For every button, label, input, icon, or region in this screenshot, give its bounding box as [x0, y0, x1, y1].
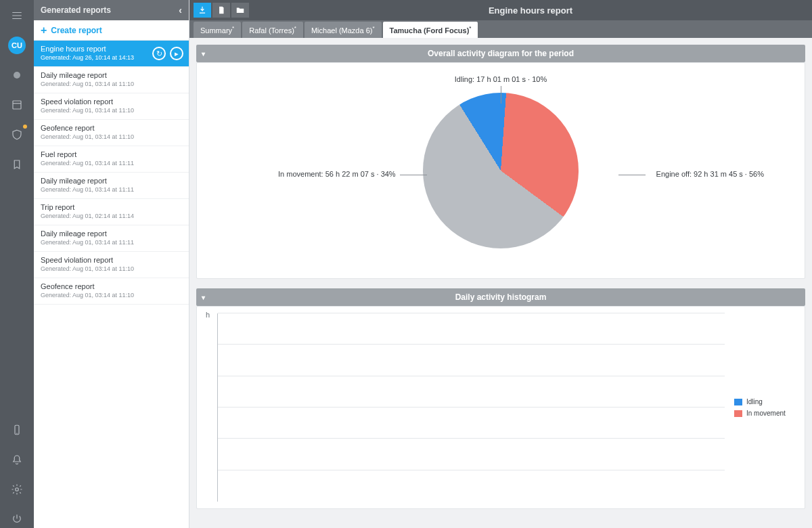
pie-chart: Idling: 17 h 01 m 01 s · 10% In movement…	[196, 62, 805, 279]
report-item[interactable]: Daily mileage report Generated: Aug 01, …	[34, 67, 189, 93]
app-rail: CU	[0, 0, 34, 528]
report-item-title: Fuel report	[41, 150, 182, 158]
report-item-title: Geofence report	[41, 124, 182, 132]
svg-point-2	[16, 488, 19, 491]
legend-idle-label: Idling	[746, 398, 763, 405]
title-bar: Engine hours report	[189, 0, 812, 20]
pie-panel: ▾ Overall activity diagram for the perio…	[196, 45, 805, 279]
pie-label-off: Engine off: 92 h 31 m 45 s · 56%	[656, 170, 764, 178]
download-button[interactable]	[194, 3, 211, 18]
pie-panel-header: ▾ Overall activity diagram for the perio…	[196, 45, 805, 62]
rail-bookmark-icon[interactable]	[8, 156, 26, 173]
report-item-subtitle: Generated: Aug 01, 03:14 at 11:11	[41, 239, 182, 246]
title-tools	[194, 3, 249, 18]
svg-rect-0	[13, 101, 21, 109]
page-title: Engine hours report	[249, 5, 812, 16]
sidebar-header: Generated reports ‹	[34, 0, 189, 20]
pie-leader-off	[618, 175, 646, 175]
vehicle-tab[interactable]: Michael (Mazda 6)*	[304, 22, 382, 38]
legend-idle: Idling	[734, 398, 795, 405]
rail-gear-icon[interactable]	[8, 481, 26, 498]
report-play-icon[interactable]: ▸	[170, 47, 183, 60]
report-item[interactable]: Speed violation report Generated: Aug 01…	[34, 252, 189, 278]
report-item-subtitle: Generated: Aug 01, 03:14 at 11:11	[41, 186, 182, 193]
legend-idle-swatch	[734, 399, 742, 405]
vehicle-tab[interactable]: Rafal (Torres)*	[242, 22, 303, 38]
report-item[interactable]: Daily mileage report Generated: Aug 01, …	[34, 225, 189, 252]
report-item[interactable]: Fuel report Generated: Aug 01, 03:14 at …	[34, 146, 189, 173]
bar-panel-title: Daily activity histogram	[455, 292, 547, 302]
report-item-title: Geofence report	[41, 282, 182, 290]
report-item-title: Daily mileage report	[41, 71, 182, 79]
pie-leader-move	[400, 175, 427, 175]
rail-shield-icon[interactable]	[8, 126, 26, 144]
bar-y-axis-label: h	[206, 311, 210, 319]
vehicle-tab[interactable]: Tamucha (Ford Focus)*	[383, 22, 478, 38]
report-item-subtitle: Generated: Aug 01, 03:14 at 11:10	[41, 265, 182, 272]
create-report-label: Create report	[51, 26, 102, 35]
report-item-subtitle: Generated: Aug 01, 02:14 at 11:14	[41, 213, 182, 219]
vehicle-tab[interactable]: Summary*	[194, 22, 241, 38]
rail-dot-item[interactable]	[8, 66, 26, 84]
report-item-title: Speed violation report	[41, 256, 182, 264]
rail-menu-icon[interactable]	[8, 7, 26, 24]
create-report-button[interactable]: + Create report	[34, 20, 189, 41]
report-item-title: Trip report	[41, 203, 182, 211]
report-item[interactable]: Trip report Generated: Aug 01, 02:14 at …	[34, 199, 189, 225]
legend-move-label: In movement	[746, 410, 786, 417]
vehicle-tabs: Summary*Rafal (Torres)*Michael (Mazda 6)…	[189, 20, 812, 38]
report-item-title: Daily mileage report	[41, 229, 182, 238]
reports-sidebar: Generated reports ‹ + Create report Engi…	[34, 0, 189, 528]
pie-graphic	[423, 93, 579, 248]
report-item-subtitle: Generated: Aug 01, 03:14 at 11:10	[41, 133, 182, 140]
sidebar-collapse-icon[interactable]: ‹	[179, 5, 182, 16]
pie-label-idle: Idling: 17 h 01 m 01 s · 10%	[455, 75, 547, 83]
report-content[interactable]: ▾ Overall activity diagram for the perio…	[189, 38, 812, 528]
report-item-subtitle: Generated: Aug 01, 03:14 at 11:10	[41, 292, 182, 299]
pie-label-move: In movement: 56 h 22 m 07 s · 34%	[278, 170, 396, 178]
legend-move-swatch	[734, 410, 742, 417]
sidebar-title: Generated reports	[41, 5, 111, 15]
report-item[interactable]: Geofence report Generated: Aug 01, 03:14…	[34, 278, 189, 305]
rail-bell-icon[interactable]	[8, 451, 26, 468]
plus-icon: +	[41, 24, 47, 37]
pie-panel-title: Overall activity diagram for the period	[428, 49, 574, 58]
main-area: Engine hours report Summary*Rafal (Torre…	[189, 0, 812, 528]
report-item-title: Speed violation report	[41, 97, 182, 106]
report-item-subtitle: Generated: Aug 01, 03:14 at 11:10	[41, 81, 182, 87]
pie-collapse-icon[interactable]: ▾	[202, 50, 205, 58]
report-item-subtitle: Generated: Aug 01, 03:14 at 11:10	[41, 107, 182, 114]
reports-list[interactable]: Engine hours report Generated: Aug 26, 1…	[34, 41, 189, 528]
rail-phone-icon[interactable]	[8, 421, 26, 439]
pie-leader-idle	[501, 86, 501, 104]
bar-panel-header: ▾ Daily activity histogram	[196, 288, 805, 306]
bar-panel: ▾ Daily activity histogram h Idling	[196, 288, 805, 509]
rail-panel-icon[interactable]	[8, 96, 26, 114]
report-item[interactable]: Speed violation report Generated: Aug 01…	[34, 93, 189, 120]
report-refresh-icon[interactable]: ↻	[152, 47, 166, 60]
report-item-subtitle: Generated: Aug 01, 03:14 at 11:11	[41, 160, 182, 167]
rail-power-icon[interactable]	[8, 510, 26, 528]
report-item[interactable]: Engine hours report Generated: Aug 26, 1…	[34, 41, 189, 67]
bar-collapse-icon[interactable]: ▾	[202, 294, 205, 301]
legend-move: In movement	[734, 410, 795, 417]
report-item[interactable]: Daily mileage report Generated: Aug 01, …	[34, 173, 189, 199]
rail-active-module[interactable]: CU	[8, 37, 26, 54]
bar-plot-area: h	[217, 313, 725, 502]
report-item[interactable]: Geofence report Generated: Aug 01, 03:14…	[34, 120, 189, 146]
folder-button[interactable]	[231, 3, 249, 18]
bar-legend: Idling In movement	[734, 313, 795, 502]
report-item-title: Daily mileage report	[41, 177, 182, 185]
bar-chart: h Idling In movement	[196, 306, 805, 509]
doc-button[interactable]	[212, 3, 230, 18]
